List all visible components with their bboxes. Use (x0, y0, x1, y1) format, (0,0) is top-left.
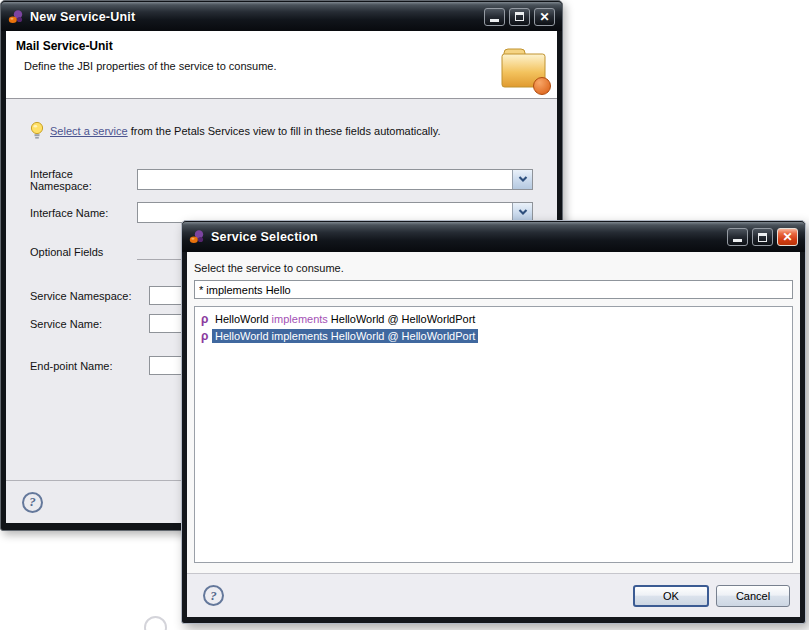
endpoint-name: HelloWorldPort (402, 330, 476, 342)
cancel-button[interactable]: Cancel (716, 585, 790, 607)
at-separator: @ (387, 313, 398, 325)
interface-namespace-combo[interactable] (137, 169, 533, 190)
select-a-service-link[interactable]: Select a service (50, 125, 128, 137)
minimize-icon (490, 19, 499, 22)
hint-banner: Select a service from the Petals Service… (30, 121, 440, 141)
interface-name: HelloWorld (331, 330, 385, 342)
help-icon: ? (29, 494, 36, 510)
help-button[interactable]: ? (22, 492, 43, 513)
selection-prompt: Select the service to consume. (187, 252, 800, 280)
win1-close-button[interactable]: ✕ (534, 8, 555, 26)
win2-minimize-button[interactable] (727, 228, 748, 246)
petals-app-icon (189, 229, 205, 245)
service-icon: ρ (201, 313, 212, 325)
help-icon: ? (210, 588, 217, 604)
close-icon: ✕ (539, 11, 549, 23)
service-list-item[interactable]: ρ HelloWorldimplementsHelloWorld@HelloWo… (195, 310, 792, 327)
win1-title: New Service-Unit (30, 10, 478, 24)
service-namespace-label: Service Namespace: (30, 290, 149, 302)
lightbulb-icon (30, 121, 44, 141)
ok-button[interactable]: OK (633, 585, 709, 607)
endpoint-name: HelloWorldPort (402, 313, 476, 325)
wizard-page-title: Mail Service-Unit (16, 39, 547, 53)
wizard-header: Mail Service-Unit Define the JBI propert… (6, 31, 557, 99)
win2-titlebar[interactable]: Service Selection ✕ (182, 222, 805, 252)
implements-keyword: implements (272, 313, 328, 325)
petals-app-icon (8, 9, 24, 25)
service-name: HelloWorld (215, 330, 269, 342)
interface-namespace-row: Interface Namespace: (30, 169, 533, 190)
service-filter-input[interactable] (194, 280, 793, 299)
win2-close-button[interactable]: ✕ (777, 228, 798, 246)
maximize-icon (515, 12, 524, 21)
service-selection-window: Service Selection ✕ Select the service t… (181, 220, 806, 624)
maximize-icon (758, 233, 767, 242)
service-list[interactable]: ρ HelloWorldimplementsHelloWorld@HelloWo… (194, 306, 793, 563)
interface-name-label: Interface Name: (30, 207, 137, 219)
interface-name: HelloWorld (331, 313, 385, 325)
help-button[interactable]: ? (203, 585, 224, 606)
optional-fields-group-label: Optional Fields (30, 246, 103, 258)
endpoint-name-label: End-point Name: (30, 360, 149, 372)
interface-namespace-label: Interface Namespace: (30, 168, 137, 192)
implements-keyword: implements (272, 330, 328, 342)
background-artifact (144, 616, 167, 630)
chevron-down-icon[interactable] (512, 170, 532, 189)
wizard-page-description: Define the JBI properties of the service… (24, 60, 547, 72)
service-name: HelloWorld (215, 313, 269, 325)
service-icon: ρ (201, 330, 212, 342)
win1-minimize-button[interactable] (484, 8, 505, 26)
desktop: { "wizard": { "window_title": "New Servi… (0, 0, 809, 630)
close-icon: ✕ (782, 231, 792, 243)
interface-namespace-value[interactable] (138, 170, 512, 189)
minimize-icon (733, 239, 742, 242)
win1-titlebar[interactable]: New Service-Unit ✕ (1, 2, 562, 31)
win1-maximize-button[interactable] (509, 8, 530, 26)
service-name-label: Service Name: (30, 318, 149, 330)
win2-title: Service Selection (211, 230, 721, 244)
win2-maximize-button[interactable] (752, 228, 773, 246)
hint-text: from the Petals Services view to fill in… (128, 125, 441, 137)
folder-icon (498, 41, 551, 100)
at-separator: @ (387, 330, 398, 342)
dialog-button-bar: ? OK Cancel (187, 573, 800, 617)
service-list-item-selected[interactable]: ρ HelloWorldimplementsHelloWorld@HelloWo… (195, 327, 792, 344)
